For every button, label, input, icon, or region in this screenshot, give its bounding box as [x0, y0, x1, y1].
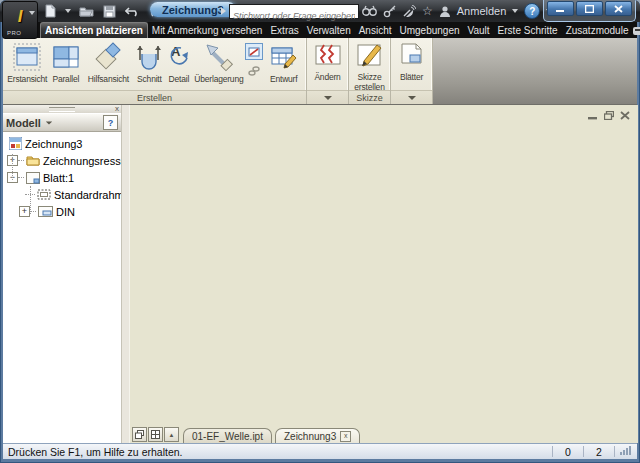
doc-restore-icon[interactable] [604, 111, 614, 120]
ueberlagerung-button[interactable]: Überlagerung [192, 40, 245, 85]
tree-item-din[interactable]: + DIN [3, 203, 121, 220]
tab-extras[interactable]: Extras [266, 23, 302, 38]
entwurf-button[interactable]: Entwurf [263, 40, 304, 85]
browser-dropdown-icon[interactable] [46, 121, 52, 124]
erstellen-small-buttons [245, 40, 263, 79]
signin-label[interactable]: Anmelden [457, 5, 507, 17]
inventor-window: » Zeichnung3 ☆ Anmelden ? I PRO [0, 0, 640, 463]
browser-close-icon[interactable]: x [115, 105, 119, 113]
doc-tab-welle[interactable]: 01-EF_Welle.ipt [183, 428, 272, 443]
favorites-star-icon[interactable]: ☆ [422, 4, 433, 18]
subscription-key-icon[interactable] [383, 5, 396, 18]
panel-label-erstellen[interactable]: Erstellen [3, 90, 306, 104]
occurrence-bars-icon [616, 446, 637, 458]
open-button[interactable] [78, 3, 94, 19]
schnitt-button[interactable]: Schnitt [133, 40, 165, 85]
ribbon-display-button[interactable] [632, 23, 640, 38]
doc-tab-label: Zeichnung3 [284, 430, 336, 443]
panel-down-arrow-icon [408, 96, 416, 100]
main-area: x Modell ? Zeichnung3 + Zeichnungsres [3, 105, 637, 443]
divider [614, 446, 615, 457]
up-arrow-icon: ▲ [169, 432, 175, 438]
model-tree: Zeichnung3 + Zeichnungsressourcen − Blat… [3, 132, 121, 443]
hilfsansicht-button[interactable]: Hilfsansicht [83, 40, 133, 85]
tile-icon [151, 430, 160, 439]
tab-verwalten[interactable]: Verwalten [303, 23, 355, 38]
sheet-icon [26, 172, 40, 184]
minimize-button[interactable] [547, 1, 574, 16]
save-button[interactable] [101, 3, 117, 19]
tile-windows-button[interactable] [148, 427, 163, 442]
panel-down-arrow-icon [324, 96, 332, 100]
panel-aendern: Ändern [307, 38, 349, 104]
doc-tab-zeichnung3[interactable]: Zeichnung3 x [275, 428, 360, 443]
maximize-button[interactable] [576, 1, 603, 16]
search-input[interactable] [230, 10, 358, 23]
search-binoculars-icon[interactable] [362, 5, 377, 17]
cascade-icon [135, 430, 144, 439]
tab-vault[interactable]: Vault [464, 23, 494, 38]
auxiliary-view-icon [93, 42, 123, 72]
status-bar: Drücken Sie F1, um Hilfe zu erhalten. 0 … [3, 443, 637, 459]
small-tool-icon-2 [248, 65, 260, 77]
doc-close-icon[interactable] [620, 111, 630, 120]
titleblock-icon [38, 206, 53, 217]
tab-umgebungen[interactable]: Umgebungen [396, 23, 464, 38]
divider [552, 446, 553, 457]
cascade-windows-button[interactable] [132, 427, 147, 442]
application-menu-button[interactable]: I PRO [2, 1, 38, 39]
erstansicht-button[interactable]: Erstansicht [6, 40, 48, 85]
panel-dropdown-blaetter[interactable] [391, 90, 432, 104]
button-label: Erstansicht [7, 75, 47, 85]
small-tool-button-2[interactable] [245, 62, 263, 79]
tab-erste-schritte[interactable]: Erste Schritte [494, 23, 562, 38]
small-tool-button-1[interactable] [245, 43, 263, 60]
aendern-button[interactable]: Ändern [307, 38, 348, 83]
title-expand-icon[interactable] [221, 7, 226, 15]
panel-dropdown-aendern[interactable] [307, 90, 348, 104]
folder-icon [26, 155, 40, 166]
skizze-erstellen-button[interactable]: Skizze erstellen [349, 38, 390, 92]
new-file-button[interactable] [42, 3, 58, 19]
undo-icon [125, 5, 140, 17]
doc-minimize-icon[interactable] [588, 112, 598, 120]
blaetter-button[interactable]: Blätter [391, 38, 432, 83]
tab-close-icon[interactable]: x [340, 431, 351, 442]
drawing-canvas[interactable]: ▲ 01-EF_Welle.ipt Zeichnung3 x [129, 105, 638, 443]
tree-item-zeichnung3[interactable]: Zeichnung3 [3, 135, 121, 152]
tree-item-zeichnungsressourcen[interactable]: + Zeichnungsressourcen [3, 152, 121, 169]
browser-title[interactable]: Modell [6, 117, 41, 129]
help-button[interactable]: ? [524, 3, 540, 19]
close-button[interactable] [605, 1, 632, 16]
tab-zusatzmodule[interactable]: Zusatzmodule [562, 23, 633, 38]
panel-skizze: Skizze erstellen Skizze [349, 38, 391, 104]
communication-center-icon[interactable] [402, 5, 416, 18]
expand-toggle[interactable]: + [19, 206, 30, 217]
save-floppy-icon [103, 5, 116, 18]
help-search [229, 4, 359, 19]
tab-ansichten-platzieren[interactable]: Ansichten platzieren [40, 22, 148, 38]
detail-button[interactable]: A Detail [165, 40, 192, 85]
status-message: Drücken Sie F1, um Hilfe zu erhalten. [3, 446, 183, 458]
tab-ansicht[interactable]: Ansicht [355, 23, 396, 38]
window-controls [543, 0, 636, 22]
inventor-logo-icon: I [18, 7, 23, 27]
browser-help-button[interactable]: ? [103, 115, 118, 130]
tree-item-blatt1[interactable]: − Blatt:1 [3, 169, 121, 186]
break-view-icon [313, 40, 343, 70]
panel-label-skizze[interactable]: Skizze [349, 90, 390, 104]
expand-tab-bar-button[interactable]: ▲ [164, 427, 179, 442]
ribbon-display-icon [632, 26, 640, 36]
new-file-dropdown-icon[interactable] [65, 9, 71, 13]
undo-button[interactable] [124, 3, 140, 19]
signin-dropdown-icon[interactable] [512, 9, 518, 13]
tree-item-label: Zeichnung3 [25, 138, 83, 150]
parallel-button[interactable]: Parallel [48, 40, 83, 85]
drawing-document-icon [9, 137, 22, 150]
tree-item-label: Blatt:1 [43, 172, 74, 184]
tree-item-standardrahmen[interactable]: Standardrahmen [3, 186, 121, 203]
tab-mit-anmerkung-versehen[interactable]: Mit Anmerkung versehen [148, 23, 267, 38]
tree-connector [12, 154, 13, 180]
browser-grip[interactable]: x [3, 105, 121, 113]
signin-person-icon[interactable] [439, 5, 451, 18]
